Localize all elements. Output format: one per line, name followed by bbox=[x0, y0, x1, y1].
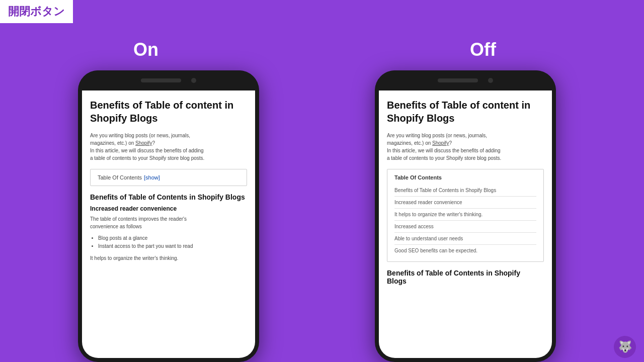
left-bullet-list: Blog posts at a glance Instant access to… bbox=[90, 234, 247, 250]
label-on: On bbox=[0, 39, 292, 60]
toc-item-5[interactable]: Good SEO benefits can be expected. bbox=[394, 245, 536, 256]
left-screen-intro: Are you writing blog posts (or news, jou… bbox=[90, 132, 247, 162]
toc-item-2[interactable]: It helps to organize the writer's thinki… bbox=[394, 209, 536, 221]
phone-notch-right bbox=[375, 70, 556, 90]
phone-screen-right: Benefits of Table of content in Shopify … bbox=[379, 90, 552, 358]
phone-frame-right: Benefits of Table of content in Shopify … bbox=[375, 70, 556, 362]
label-off: Off bbox=[322, 39, 644, 60]
phone-frame-left: Benefits of Table of content in Shopify … bbox=[78, 70, 259, 362]
notch-bar bbox=[141, 78, 181, 82]
left-section2: It helps to organize the writer's thinki… bbox=[90, 254, 247, 262]
phone-on: Benefits of Table of content in Shopify … bbox=[78, 70, 259, 362]
notch-camera bbox=[191, 78, 196, 83]
toc-expanded-title: Table Of Contents bbox=[394, 174, 536, 180]
right-intro-text5: a table of contents to your Shopify stor… bbox=[387, 155, 501, 161]
phone-off: Benefits of Table of content in Shopify … bbox=[375, 70, 556, 362]
phone-screen-left: Benefits of Table of content in Shopify … bbox=[82, 90, 255, 358]
toc-collapsed-header: Table Of Contents [show] bbox=[98, 174, 239, 180]
wolf-mascot: 🐺 bbox=[614, 336, 636, 358]
toc-item-4[interactable]: Able to understand user needs bbox=[394, 233, 536, 245]
right-notch-camera bbox=[488, 78, 493, 83]
right-notch-bar bbox=[438, 78, 478, 82]
intro-shopify-link[interactable]: Shopify bbox=[135, 140, 152, 146]
phone-notch-left bbox=[78, 70, 259, 90]
intro-text1: Are you writing blog posts (or news, jou… bbox=[90, 133, 190, 138]
right-screen-title: Benefits of Table of content in Shopify … bbox=[387, 99, 544, 125]
badge-text: 開閉ボタン bbox=[8, 5, 65, 18]
right-intro-shopify-link[interactable]: Shopify bbox=[432, 140, 449, 146]
intro-text5: a table of contents to your Shopify stor… bbox=[90, 155, 204, 161]
toc-label-left: Table Of Contents bbox=[98, 174, 142, 180]
toc-collapsed-box: Table Of Contents [show] bbox=[90, 169, 247, 186]
toc-item-3[interactable]: Increased access bbox=[394, 221, 536, 233]
wolf-icon: 🐺 bbox=[618, 340, 632, 353]
badge-container: 開閉ボタン bbox=[0, 0, 73, 23]
left-screen-title: Benefits of Table of content in Shopify … bbox=[90, 99, 247, 125]
intro-text3: ? bbox=[152, 140, 155, 146]
left-body1: The table of contents improves the reade… bbox=[90, 215, 247, 230]
right-intro-text2: magazines, etc.) on bbox=[387, 140, 431, 146]
bullet-item-2: Instant access to the part you want to r… bbox=[98, 242, 247, 250]
right-section1: Benefits of Table of Contents in Shopify… bbox=[387, 269, 544, 285]
toc-item-1[interactable]: Increased reader convenience bbox=[394, 197, 536, 209]
right-intro-text3: ? bbox=[449, 140, 452, 146]
screen-content-left: Benefits of Table of content in Shopify … bbox=[82, 90, 255, 358]
intro-text4: In this article, we will discuss the ben… bbox=[90, 148, 204, 153]
bullet-item-1: Blog posts at a glance bbox=[98, 234, 247, 242]
toc-show-link[interactable]: [show] bbox=[144, 174, 160, 180]
right-screen-intro: Are you writing blog posts (or news, jou… bbox=[387, 132, 544, 162]
right-intro-text4: In this article, we will discuss the ben… bbox=[387, 148, 501, 153]
toc-item-0[interactable]: Benefits of Table of Contents in Shopify… bbox=[394, 185, 536, 197]
left-subsection1: Increased reader convenience bbox=[90, 205, 247, 212]
screen-content-right: Benefits of Table of content in Shopify … bbox=[379, 90, 552, 358]
toc-expanded-box: Table Of Contents Benefits of Table of C… bbox=[387, 169, 544, 262]
right-intro-text1: Are you writing blog posts (or news, jou… bbox=[387, 133, 487, 138]
intro-text2: magazines, etc.) on bbox=[90, 140, 134, 146]
left-section1: Benefits of Table of Contents in Shopify… bbox=[90, 193, 247, 201]
